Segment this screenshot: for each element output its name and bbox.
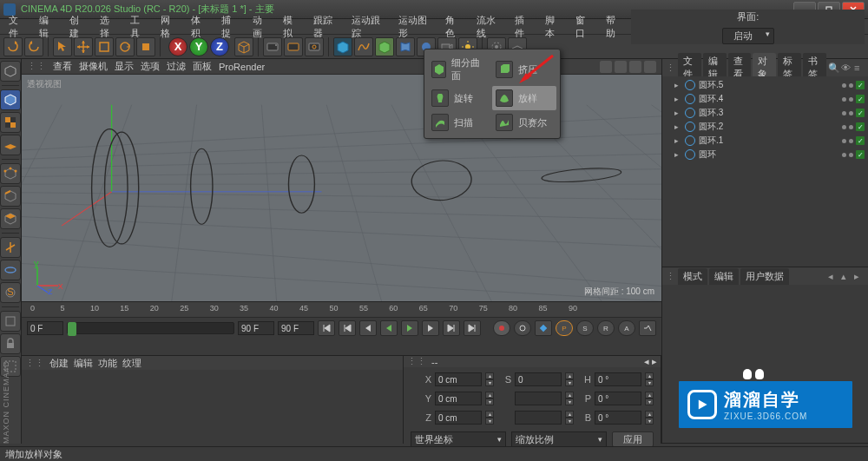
snap-mode[interactable]: S xyxy=(0,282,21,303)
goto-start[interactable] xyxy=(318,320,335,336)
vp-menu-filter[interactable]: 过滤 xyxy=(167,60,186,73)
current-frame-field[interactable]: 90 F xyxy=(238,321,274,335)
generator-button[interactable] xyxy=(375,37,394,56)
mat-tab-tex[interactable]: 纹理 xyxy=(122,357,141,370)
record-button[interactable] xyxy=(493,320,510,336)
menu-simulate[interactable]: 模拟 xyxy=(278,13,305,41)
coord-p-field[interactable]: 0 ° xyxy=(595,392,641,405)
popup-lathe[interactable]: 旋转 xyxy=(428,86,492,110)
workplane-mode[interactable] xyxy=(0,135,21,155)
keyframe-sel[interactable] xyxy=(535,320,552,336)
object-row[interactable]: ▸圆环.2✓ xyxy=(666,120,865,134)
filter-icon[interactable]: ≡ xyxy=(854,63,865,73)
menu-select[interactable]: 选择 xyxy=(95,13,122,41)
spin[interactable]: ▴▾ xyxy=(485,372,494,386)
coord-mode1[interactable]: 世界坐标 xyxy=(411,431,506,447)
x-axis-toggle[interactable]: X xyxy=(168,37,187,56)
up-icon[interactable]: ▴ xyxy=(841,271,852,281)
vp-nav-3[interactable] xyxy=(629,61,641,73)
menu-plugins[interactable]: 插件 xyxy=(510,13,536,41)
goto-end[interactable] xyxy=(464,320,481,336)
menu-character[interactable]: 角色 xyxy=(440,13,467,41)
enable-checkbox[interactable]: ✓ xyxy=(856,150,865,159)
menu-file[interactable]: 文件 xyxy=(3,13,30,41)
select-tool[interactable] xyxy=(53,37,72,56)
z-axis-toggle[interactable]: Z xyxy=(210,37,229,56)
coord-b-field[interactable]: 0 ° xyxy=(595,411,641,425)
enable-checkbox[interactable]: ✓ xyxy=(856,122,865,131)
coord-system[interactable] xyxy=(234,37,253,56)
coord-mode2[interactable]: 缩放比例 xyxy=(511,431,607,447)
vp-menu-camera[interactable]: 摄像机 xyxy=(79,60,108,73)
tweak-mode[interactable] xyxy=(0,260,21,280)
render-pv[interactable] xyxy=(284,37,303,56)
menu-script[interactable]: 脚本 xyxy=(540,13,567,41)
time-ruler[interactable]: 051015202530354045505560657075808590 xyxy=(22,302,661,318)
play-forward[interactable] xyxy=(401,320,418,336)
vp-nav-4[interactable] xyxy=(644,61,656,73)
coord-z-field[interactable]: 0 cm xyxy=(435,411,482,425)
object-row[interactable]: ▸圆环.3✓ xyxy=(666,106,865,120)
mat-tab-edit[interactable]: 编辑 xyxy=(74,357,93,370)
object-row[interactable]: ▸圆环.4✓ xyxy=(666,92,865,106)
menu-mograph[interactable]: 运动图形 xyxy=(393,13,437,41)
menu-tracker[interactable]: 跟踪器 xyxy=(308,13,344,41)
vp-menu-display[interactable]: 显示 xyxy=(115,60,134,73)
prev-key[interactable] xyxy=(339,320,356,336)
popup-extrude[interactable]: 挤压 xyxy=(492,53,556,86)
viewport-solo[interactable] xyxy=(0,311,21,332)
search-icon[interactable]: 🔍 xyxy=(828,63,838,73)
menu-animate[interactable]: 动画 xyxy=(247,13,274,41)
apply-button[interactable]: 应用 xyxy=(612,431,654,447)
menu-motion-tracking[interactable]: 运动跟踪 xyxy=(346,13,390,41)
object-row[interactable]: ▸圆环✓ xyxy=(666,148,865,161)
popup-sweep[interactable]: 扫描 xyxy=(428,110,492,135)
primitive-button[interactable] xyxy=(333,37,352,56)
attr-tab-edit[interactable]: 编辑 xyxy=(709,268,739,285)
key-scale[interactable]: S xyxy=(576,320,594,336)
vp-nav-2[interactable] xyxy=(615,61,627,73)
make-editable[interactable] xyxy=(0,61,21,82)
coord-tab[interactable]: -- xyxy=(431,357,437,367)
y-axis-toggle[interactable]: Y xyxy=(189,37,208,56)
object-row[interactable]: ▸圆环.5✓ xyxy=(666,78,865,92)
popup-subdiv[interactable]: 细分曲面 xyxy=(428,53,492,86)
scale-tool[interactable] xyxy=(95,37,114,56)
enable-checkbox[interactable]: ✓ xyxy=(856,109,865,117)
time-slider[interactable] xyxy=(67,322,234,334)
render-settings[interactable] xyxy=(305,37,324,56)
menu-tools[interactable]: 工具 xyxy=(125,13,152,41)
redo-button[interactable] xyxy=(24,37,43,56)
vp-nav-1[interactable] xyxy=(600,61,612,73)
last-tool[interactable] xyxy=(136,37,155,56)
coord-h-field[interactable]: 0 ° xyxy=(595,372,641,386)
texture-mode[interactable] xyxy=(0,112,21,133)
prev-frame[interactable] xyxy=(359,320,377,336)
move-tool[interactable] xyxy=(74,37,93,56)
vp-menu-view[interactable]: 查看 xyxy=(53,60,72,73)
vp-menu-panel[interactable]: 面板 xyxy=(193,60,212,73)
lock-button[interactable] xyxy=(0,333,21,354)
key-opts[interactable] xyxy=(639,320,656,336)
mat-tab-create[interactable]: 创建 xyxy=(49,357,69,370)
edge-mode[interactable] xyxy=(0,186,21,207)
enable-checkbox[interactable]: ✓ xyxy=(856,95,865,103)
deformer-button[interactable] xyxy=(396,37,415,56)
key-param[interactable]: A xyxy=(618,320,635,336)
viewport[interactable]: 透视视图 xyxy=(22,75,661,301)
menu-pipeline[interactable]: 流水线 xyxy=(471,13,507,41)
enable-checkbox[interactable]: ✓ xyxy=(856,136,865,145)
undo-button[interactable] xyxy=(3,37,23,56)
render-view[interactable] xyxy=(263,37,282,56)
coord-sx-field[interactable]: 0 xyxy=(515,372,562,386)
play-backward[interactable] xyxy=(380,320,398,336)
eye-icon[interactable]: 👁 xyxy=(841,63,852,73)
next-frame[interactable] xyxy=(422,320,439,336)
menu-create[interactable]: 创建 xyxy=(64,13,91,41)
next-key[interactable] xyxy=(443,320,460,336)
polygon-mode[interactable] xyxy=(0,208,21,229)
range-start-field[interactable]: 0 F xyxy=(27,321,63,335)
key-pos[interactable]: P xyxy=(556,320,573,336)
vp-menu-options[interactable]: 选项 xyxy=(141,60,160,73)
mat-tab-func[interactable]: 功能 xyxy=(98,357,117,370)
